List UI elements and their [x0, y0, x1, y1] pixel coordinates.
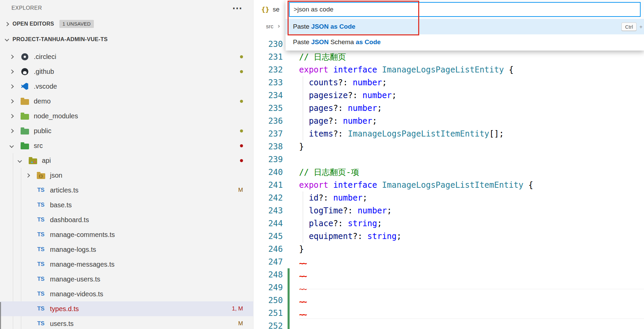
tree-item-manage-logs-ts[interactable]: TSmanage-logs.ts — [0, 242, 253, 257]
tree-item-dashboard-ts[interactable]: TSdashboard.ts — [0, 212, 253, 227]
typescript-icon: TS — [37, 231, 45, 238]
tree-item-articles-ts[interactable]: TSarticles.tsM — [0, 183, 253, 198]
code-line-235[interactable]: 235 pages?: number; — [254, 102, 644, 115]
command-input[interactable] — [289, 2, 641, 17]
tree-item-demo[interactable]: demo — [0, 94, 253, 109]
code-line-245[interactable]: 245 equipment?: string; — [254, 230, 644, 243]
code-line-252[interactable]: 252 — [254, 320, 644, 329]
code-line-234[interactable]: 234 pagesize?: number; — [254, 89, 644, 102]
code-line-243[interactable]: 243 logTime?: number; — [254, 204, 644, 217]
command-item-0[interactable]: Paste JSON as CodeCtrl+Sh — [286, 19, 644, 34]
code-line-237[interactable]: 237 items?: ImanageLogsPageListItemEntit… — [254, 127, 644, 140]
tree-item-users-ts[interactable]: TSusers.tsM — [0, 316, 253, 329]
code-line-233[interactable]: 233 counts?: number; — [254, 76, 644, 89]
chevron-down-icon — [5, 37, 9, 41]
tree-item-circleci[interactable]: .circleci — [0, 49, 253, 64]
git-status-badge: 1, M — [232, 305, 243, 312]
line-number: 245 — [254, 230, 283, 243]
tree-item-node-modules[interactable]: node_modules — [0, 109, 253, 123]
explorer-title: EXPLORER — [11, 5, 42, 11]
code-line-244[interactable]: 244 place?: string; — [254, 217, 644, 230]
project-section-header[interactable]: PROJECT-TANHUA-ADMIN-VUE-TS — [0, 32, 253, 47]
chevron-right-icon — [277, 25, 280, 28]
github-logo-icon — [21, 68, 28, 75]
code-text: counts?: number; — [299, 76, 387, 89]
file-tree: .circleci.github.vscodedemonode_modulesp… — [0, 47, 253, 329]
command-input-wrap — [286, 0, 644, 19]
breadcrumb-item-src[interactable]: src — [266, 23, 273, 30]
code-line-249[interactable]: 249~~ — [254, 281, 644, 294]
tree-item-types-d-ts[interactable]: TStypes.d.ts1, M — [0, 301, 253, 316]
tree-item-label: users.ts — [50, 320, 74, 328]
code-text: } — [299, 140, 304, 153]
tree-item-manage-users-ts[interactable]: TSmanage-users.ts — [0, 272, 253, 287]
code-line-239[interactable]: 239 — [254, 153, 644, 166]
code-text: } — [299, 243, 304, 256]
git-status-badge — [240, 144, 243, 147]
ts-icon: TS — [35, 215, 47, 224]
modified-badge: M — [238, 320, 243, 327]
chevron-right-icon — [9, 114, 14, 118]
chevron-slot — [9, 70, 19, 73]
tree-item-manage-messages-ts[interactable]: TSmanage-messages.ts — [0, 257, 253, 272]
tree-item-manage-comments-ts[interactable]: TSmanage-comments.ts — [0, 227, 253, 242]
tree-item-label: src — [34, 142, 43, 150]
folder-icon — [19, 97, 30, 106]
code-text: export interface ImanageLogsPageListItem… — [299, 179, 533, 191]
tree-item-base-ts[interactable]: TSbase.ts — [0, 198, 253, 212]
git-status-badge — [240, 70, 243, 73]
key-ctrl: Ctrl — [621, 23, 637, 31]
sidebar-scrollbar[interactable] — [0, 302, 1, 329]
line-number: 243 — [254, 204, 283, 217]
tree-item-github[interactable]: .github — [0, 64, 253, 79]
tree-item-label: node_modules — [34, 112, 78, 120]
tab-settings-json[interactable]: {} se — [254, 0, 287, 19]
line-number: 241 — [254, 179, 283, 191]
tree-item-manage-videos-ts[interactable]: TSmanage-videos.ts — [0, 287, 253, 301]
typescript-icon: TS — [37, 216, 45, 223]
line-number: 233 — [254, 76, 283, 89]
tree-item-src[interactable]: src — [0, 138, 253, 153]
code-line-241[interactable]: 241export interface ImanageLogsPageListI… — [254, 179, 644, 191]
command-list: Paste JSON as CodeCtrl+ShPaste JSON Sche… — [286, 19, 644, 50]
code-line-250[interactable]: 250~~ — [254, 294, 644, 307]
chevron-slot — [25, 174, 35, 177]
tree-item-public[interactable]: public — [0, 123, 253, 138]
command-item-1[interactable]: Paste JSON Schema as Code — [286, 34, 644, 50]
explorer-header: EXPLORER ⋯ — [0, 0, 253, 16]
tree-item-vscode[interactable]: .vscode — [0, 79, 253, 94]
line-number: 231 — [254, 51, 283, 63]
line-number: 242 — [254, 191, 283, 204]
code-line-236[interactable]: 236 page?: number; — [254, 115, 644, 127]
error-badge: 1, M — [232, 305, 243, 312]
typescript-icon: TS — [37, 305, 45, 312]
tree-item-label: manage-messages.ts — [50, 261, 114, 268]
tree-item-api[interactable]: api — [0, 153, 253, 168]
code-editor[interactable]: 230231// 日志翻页232export interface Imanage… — [254, 34, 644, 329]
chevron-right-icon — [9, 69, 14, 74]
code-line-231[interactable]: 231// 日志翻页 — [254, 51, 644, 63]
folder-icon — [19, 141, 30, 150]
tree-item-json[interactable]: {}json — [0, 168, 253, 183]
code-line-248[interactable]: 248~~ — [254, 268, 644, 281]
code-line-232[interactable]: 232export interface ImanageLogsPageListE… — [254, 63, 644, 76]
code-line-238[interactable]: 238} — [254, 140, 644, 153]
tree-item-label: types.d.ts — [50, 305, 79, 313]
more-actions-icon[interactable]: ⋯ — [232, 6, 243, 10]
code-line-246[interactable]: 246} — [254, 243, 644, 256]
code-line-247[interactable]: 247~~ — [254, 256, 644, 268]
code-line-242[interactable]: 242 id?: number; — [254, 191, 644, 204]
code-line-240[interactable]: 240// 日志翻页-项 — [254, 166, 644, 179]
typescript-icon: TS — [37, 246, 45, 253]
line-number: 248 — [254, 268, 283, 281]
code-line-251[interactable]: 251~~ — [254, 307, 644, 320]
git-status-badge — [240, 55, 243, 58]
folder-icon — [27, 156, 38, 165]
indent-guide — [303, 191, 303, 204]
ts-icon: TS — [35, 230, 47, 239]
open-editors-label: OPEN EDITORS — [12, 21, 54, 27]
code-text: equipment?: string; — [299, 230, 401, 243]
vscode-icon — [19, 82, 30, 91]
folder-icon — [19, 126, 30, 135]
open-editors-section[interactable]: OPEN EDITORS 1 UNSAVED — [0, 16, 253, 32]
